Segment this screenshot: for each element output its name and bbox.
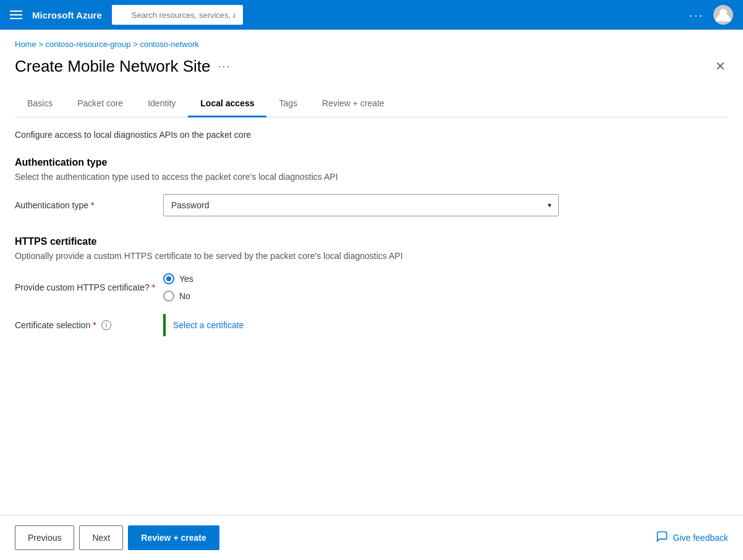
- https-cert-section: HTTPS certificate Optionally provide a c…: [15, 236, 728, 336]
- search-wrapper: 🔍: [112, 5, 433, 25]
- auth-type-dropdown-wrapper: Password AAD Certificate ▾: [163, 194, 559, 216]
- page-title: Create Mobile Network Site: [15, 57, 210, 76]
- breadcrumb-home[interactable]: Home: [15, 40, 36, 49]
- cert-required-star: *: [93, 320, 96, 330]
- topbar: Microsoft Azure 🔍 ···: [0, 0, 743, 30]
- avatar[interactable]: [713, 5, 733, 25]
- provide-cert-label: Provide custom HTTPS certificate? *: [15, 282, 163, 292]
- cert-left-bar: [163, 314, 166, 336]
- cert-info-icon[interactable]: i: [101, 320, 111, 330]
- tabs-bar: Basics Packet core Identity Local access…: [15, 91, 728, 117]
- cert-selection-value: Select a certificate: [163, 314, 244, 336]
- auth-required-star: *: [91, 200, 94, 210]
- page-title-row: Create Mobile Network Site ··· ✕: [15, 56, 728, 76]
- tab-local-access[interactable]: Local access: [188, 91, 266, 117]
- provide-cert-row: Provide custom HTTPS certificate? * Yes …: [15, 273, 728, 302]
- radio-yes-label: Yes: [179, 274, 193, 284]
- cert-selection-label: Certificate selection * i: [15, 320, 163, 330]
- tab-basics[interactable]: Basics: [15, 91, 65, 117]
- cert-selection-row: Certificate selection * i Select a certi…: [15, 314, 728, 336]
- search-input[interactable]: [112, 5, 243, 25]
- breadcrumb-network[interactable]: contoso-network: [140, 40, 198, 49]
- provide-cert-radio-group: Yes No: [163, 273, 193, 302]
- auth-type-row: Authentication type * Password AAD Certi…: [15, 194, 728, 216]
- brand-logo: Microsoft Azure: [32, 10, 102, 20]
- auth-type-label: Authentication type *: [15, 200, 163, 210]
- select-certificate-link[interactable]: Select a certificate: [173, 320, 244, 330]
- radio-option-yes[interactable]: Yes: [163, 273, 193, 284]
- topbar-right: ···: [689, 5, 733, 25]
- tab-tags[interactable]: Tags: [266, 91, 310, 117]
- breadcrumb: Home > contoso-resource-group > contoso-…: [15, 40, 728, 49]
- main-content: Home > contoso-resource-group > contoso-…: [0, 30, 743, 336]
- https-section-title: HTTPS certificate: [15, 236, 728, 247]
- tab-packet-core[interactable]: Packet core: [65, 91, 135, 117]
- section-description: Configure access to local diagnostics AP…: [15, 130, 728, 140]
- radio-option-no[interactable]: No: [163, 291, 193, 302]
- tab-review-create[interactable]: Review + create: [310, 91, 397, 117]
- https-section-subtitle: Optionally provide a custom HTTPS certif…: [15, 251, 728, 261]
- close-button[interactable]: ✕: [713, 56, 728, 76]
- radio-no-circle: [163, 291, 174, 302]
- page-title-more-icon[interactable]: ···: [218, 60, 231, 73]
- provide-cert-required-star: *: [152, 282, 155, 292]
- topbar-more-icon[interactable]: ···: [689, 8, 703, 22]
- tab-identity[interactable]: Identity: [135, 91, 188, 117]
- auth-section-title: Authentication type: [15, 157, 728, 168]
- auth-section-subtitle: Select the authentication type used to a…: [15, 172, 728, 182]
- hamburger-menu[interactable]: [10, 11, 22, 19]
- auth-type-dropdown[interactable]: Password AAD Certificate: [163, 194, 559, 216]
- radio-no-label: No: [179, 291, 190, 301]
- auth-type-section: Authentication type Select the authentic…: [15, 157, 728, 216]
- radio-yes-circle: [163, 273, 174, 284]
- breadcrumb-resource-group[interactable]: contoso-resource-group: [46, 40, 131, 49]
